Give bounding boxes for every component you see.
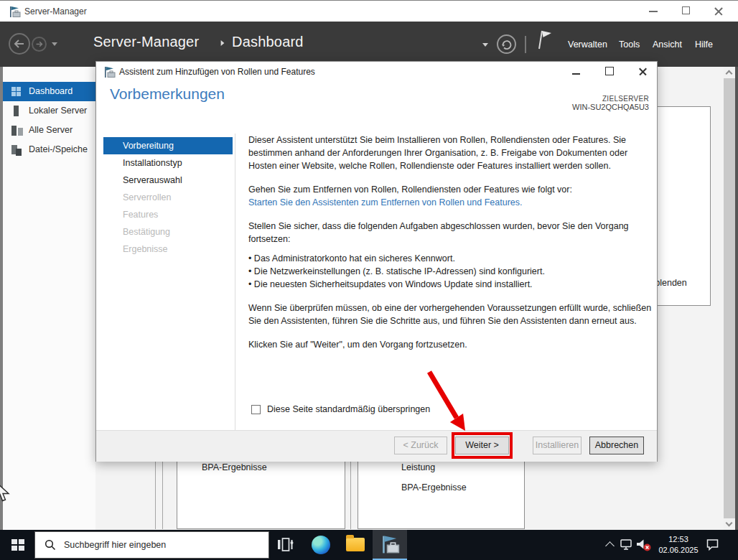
refresh-icon (498, 36, 515, 52)
menu-ansicht[interactable]: Ansicht (653, 39, 682, 50)
intro-paragraph: Dieser Assistent unterstützt Sie beim In… (248, 134, 653, 172)
action-center-icon[interactable] (706, 538, 720, 552)
tile-row-bpa[interactable]: BPA-Ergebnisse (202, 462, 267, 472)
minimize-icon (572, 73, 580, 75)
clock-time: 12:53 (650, 534, 707, 545)
taskbar-search[interactable] (34, 531, 269, 559)
wizard-page-heading: Vorbemerkungen (110, 85, 225, 103)
step-serverauswahl[interactable]: Serverauswahl (103, 172, 233, 189)
all-servers-icon (11, 126, 17, 136)
mouse-cursor (0, 481, 11, 504)
step-serverrollen: Serverrollen (103, 189, 233, 206)
refresh-button[interactable] (497, 34, 516, 54)
nav-dropdown-icon[interactable] (52, 42, 57, 46)
restore-icon (682, 6, 690, 14)
prerequisite-item: Die neuesten Sicherheitsupdates von Wind… (248, 278, 653, 291)
back-button[interactable] (9, 33, 30, 55)
edge-button[interactable] (304, 530, 338, 560)
flag-icon[interactable] (534, 29, 553, 50)
clock[interactable]: 12:53 02.06.2025 (650, 534, 707, 556)
sidebar-item-dashboard[interactable]: Dashboard (3, 82, 95, 101)
wizard-close-button[interactable] (632, 65, 653, 79)
prerequisite-list: Das Administratorkonto hat ein sicheres … (248, 252, 653, 291)
cancel-button[interactable]: Abbrechen (589, 437, 644, 454)
nav-divider (235, 134, 235, 430)
tile-row-bpa[interactable]: BPA-Ergebnisse (401, 482, 467, 493)
window-restore-button[interactable] (675, 4, 696, 19)
desktop: Server-Manager Server-Manager Dashboard (0, 0, 738, 560)
server-manager-icon (9, 6, 21, 18)
wizard-body: Dieser Assistent unterstützt Sie beim In… (248, 134, 653, 362)
notifications-dropdown-icon[interactable] (482, 43, 488, 47)
header-divider (525, 36, 526, 53)
wizard-title: Assistent zum Hinzufügen von Rollen und … (119, 67, 315, 77)
minimize-icon (649, 11, 658, 12)
target-server-block: ZIELSERVER WIN-SU2QCHQA5U3 (572, 95, 649, 111)
sidebar: Dashboard Lokaler Server Alle Server Dat… (3, 67, 95, 530)
skip-page-checkbox[interactable] (251, 405, 261, 414)
remove-intro: Gehen Sie zum Entfernen von Rollen, Roll… (248, 183, 653, 196)
tile-divider (162, 462, 163, 529)
task-view-icon (277, 537, 294, 553)
breadcrumb-separator-icon (221, 40, 225, 46)
step-bestaetigung: Bestätigung (103, 223, 233, 241)
wizard-dialog: Assistent zum Hinzufügen von Rollen und … (95, 61, 658, 462)
remove-roles-link[interactable]: Starten Sie den Assistenten zum Entferne… (248, 197, 522, 207)
window-title: Server-Manager (24, 6, 87, 17)
clock-date: 02.06.2025 (650, 545, 707, 556)
forward-button[interactable] (32, 37, 47, 52)
task-view-button[interactable] (268, 530, 303, 560)
step-features: Features (103, 206, 233, 223)
step-ergebnisse: Ergebnisse (103, 241, 233, 258)
maximize-icon (605, 67, 614, 75)
menu-tools[interactable]: Tools (619, 39, 640, 50)
file-explorer-button[interactable] (338, 530, 373, 560)
dashboard-icon (11, 87, 22, 96)
step-installationstyp[interactable]: Installationstyp (103, 154, 233, 172)
wizard-minimize-button[interactable] (566, 65, 587, 79)
search-input[interactable] (62, 539, 259, 551)
install-button: Installieren (533, 437, 581, 454)
prerequisite-item: Das Administratorkonto hat ein sicheres … (248, 252, 653, 265)
hidden-icons-chevron[interactable] (605, 541, 615, 551)
verify-note: Wenn Sie überprüfen müssen, ob eine der … (248, 302, 653, 327)
sidebar-item-alle-server[interactable]: Alle Server (3, 121, 95, 140)
server-manager-icon (103, 66, 116, 78)
file-explorer-icon (346, 538, 365, 551)
tile-divider (350, 462, 351, 529)
server-manager-icon (380, 535, 400, 554)
chevron-up-icon (726, 70, 733, 78)
windows-logo-icon (11, 539, 24, 551)
search-icon (45, 539, 56, 551)
prerequisite-item: Die Netzwerkeinstellungen (z. B. statisc… (248, 265, 653, 278)
vertical-scrollbar[interactable] (724, 67, 735, 530)
target-server-label: ZIELSERVER (572, 95, 649, 103)
window-minimize-button[interactable] (643, 4, 664, 19)
step-vorbereitung[interactable]: Vorbereitung (103, 137, 233, 154)
wizard-titlebar: Assistent zum Hinzufügen von Rollen und … (96, 62, 657, 82)
start-button[interactable] (0, 530, 34, 560)
back-arrow-icon (10, 34, 29, 53)
sidebar-item-lokaler-server[interactable]: Lokaler Server (3, 101, 95, 121)
menu-hilfe[interactable]: Hilfe (695, 39, 713, 50)
target-server-name: WIN-SU2QCHQA5U3 (572, 103, 649, 111)
window-close-button[interactable] (707, 4, 729, 19)
breadcrumb-current[interactable]: Dashboard (232, 34, 304, 50)
breadcrumb-root[interactable]: Server-Manager (93, 34, 199, 50)
network-icon[interactable] (620, 538, 634, 551)
tile-divider (155, 462, 156, 529)
annotation-arrow (398, 353, 492, 439)
tile-row-leistung[interactable]: Leistung (401, 462, 435, 472)
continue-note: Klicken Sie auf "Weiter", um den Vorgang… (248, 338, 653, 351)
sidebar-item-datei-speicherdienste[interactable]: Datei-/Speiche (3, 140, 95, 159)
server-manager-taskbar-button[interactable] (373, 530, 407, 560)
close-icon (714, 6, 724, 17)
taskbar: 12:53 02.06.2025 (0, 530, 738, 560)
menu-verwalten[interactable]: Verwalten (568, 39, 607, 50)
local-server-icon (14, 106, 19, 116)
file-storage-icon (11, 145, 17, 154)
server-manager-header: Server-Manager Dashboard Verwalten Tools… (0, 22, 738, 67)
wizard-maximize-button[interactable] (599, 65, 620, 79)
scroll-down-button[interactable] (724, 518, 735, 530)
scroll-up-button[interactable] (724, 67, 735, 78)
